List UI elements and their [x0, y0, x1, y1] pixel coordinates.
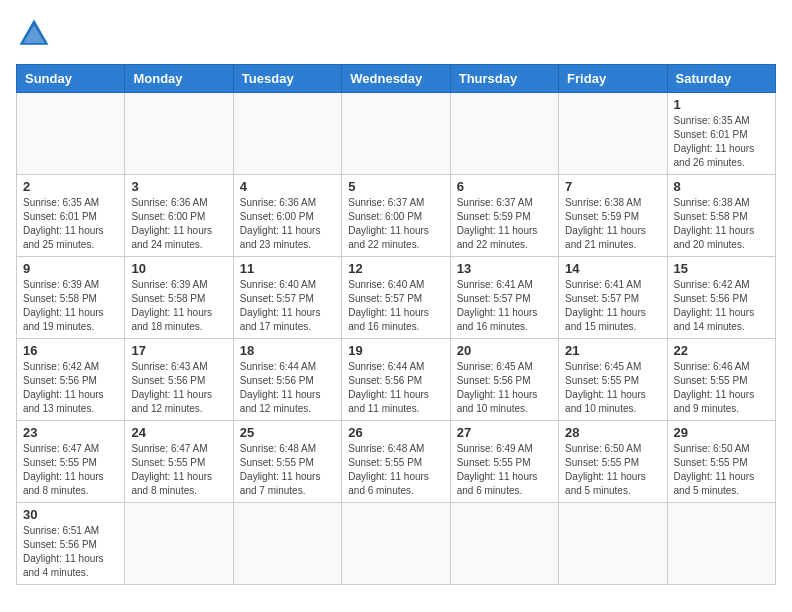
day-info: Sunrise: 6:41 AM Sunset: 5:57 PM Dayligh…: [457, 278, 552, 334]
day-number: 6: [457, 179, 552, 194]
day-number: 27: [457, 425, 552, 440]
weekday-header-friday: Friday: [559, 65, 667, 93]
day-number: 7: [565, 179, 660, 194]
day-info: Sunrise: 6:44 AM Sunset: 5:56 PM Dayligh…: [240, 360, 335, 416]
calendar-cell: [667, 503, 775, 585]
day-info: Sunrise: 6:46 AM Sunset: 5:55 PM Dayligh…: [674, 360, 769, 416]
calendar-cell: 7Sunrise: 6:38 AM Sunset: 5:59 PM Daylig…: [559, 175, 667, 257]
day-info: Sunrise: 6:49 AM Sunset: 5:55 PM Dayligh…: [457, 442, 552, 498]
calendar-cell: 28Sunrise: 6:50 AM Sunset: 5:55 PM Dayli…: [559, 421, 667, 503]
calendar-cell: [233, 503, 341, 585]
week-row-1: 1Sunrise: 6:35 AM Sunset: 6:01 PM Daylig…: [17, 93, 776, 175]
day-number: 10: [131, 261, 226, 276]
day-number: 14: [565, 261, 660, 276]
day-number: 12: [348, 261, 443, 276]
day-number: 16: [23, 343, 118, 358]
day-info: Sunrise: 6:37 AM Sunset: 5:59 PM Dayligh…: [457, 196, 552, 252]
day-number: 15: [674, 261, 769, 276]
calendar-cell: [342, 503, 450, 585]
day-info: Sunrise: 6:36 AM Sunset: 6:00 PM Dayligh…: [240, 196, 335, 252]
day-number: 8: [674, 179, 769, 194]
logo: [16, 16, 58, 52]
calendar-cell: 15Sunrise: 6:42 AM Sunset: 5:56 PM Dayli…: [667, 257, 775, 339]
calendar-cell: 27Sunrise: 6:49 AM Sunset: 5:55 PM Dayli…: [450, 421, 558, 503]
calendar-cell: [233, 93, 341, 175]
day-number: 21: [565, 343, 660, 358]
day-info: Sunrise: 6:40 AM Sunset: 5:57 PM Dayligh…: [240, 278, 335, 334]
day-number: 4: [240, 179, 335, 194]
day-number: 2: [23, 179, 118, 194]
logo-icon: [16, 16, 52, 52]
day-info: Sunrise: 6:45 AM Sunset: 5:56 PM Dayligh…: [457, 360, 552, 416]
calendar-cell: 21Sunrise: 6:45 AM Sunset: 5:55 PM Dayli…: [559, 339, 667, 421]
calendar-cell: [125, 503, 233, 585]
day-number: 30: [23, 507, 118, 522]
day-info: Sunrise: 6:36 AM Sunset: 6:00 PM Dayligh…: [131, 196, 226, 252]
calendar-cell: 24Sunrise: 6:47 AM Sunset: 5:55 PM Dayli…: [125, 421, 233, 503]
day-info: Sunrise: 6:51 AM Sunset: 5:56 PM Dayligh…: [23, 524, 118, 580]
day-number: 1: [674, 97, 769, 112]
day-info: Sunrise: 6:38 AM Sunset: 5:58 PM Dayligh…: [674, 196, 769, 252]
calendar-cell: [559, 93, 667, 175]
day-number: 13: [457, 261, 552, 276]
day-info: Sunrise: 6:47 AM Sunset: 5:55 PM Dayligh…: [23, 442, 118, 498]
week-row-4: 16Sunrise: 6:42 AM Sunset: 5:56 PM Dayli…: [17, 339, 776, 421]
day-number: 22: [674, 343, 769, 358]
calendar-cell: 3Sunrise: 6:36 AM Sunset: 6:00 PM Daylig…: [125, 175, 233, 257]
weekday-header-monday: Monday: [125, 65, 233, 93]
day-number: 9: [23, 261, 118, 276]
calendar-cell: 29Sunrise: 6:50 AM Sunset: 5:55 PM Dayli…: [667, 421, 775, 503]
day-info: Sunrise: 6:50 AM Sunset: 5:55 PM Dayligh…: [565, 442, 660, 498]
day-number: 11: [240, 261, 335, 276]
calendar-cell: 5Sunrise: 6:37 AM Sunset: 6:00 PM Daylig…: [342, 175, 450, 257]
calendar-cell: 9Sunrise: 6:39 AM Sunset: 5:58 PM Daylig…: [17, 257, 125, 339]
weekday-header-tuesday: Tuesday: [233, 65, 341, 93]
calendar-cell: [342, 93, 450, 175]
calendar-table: SundayMondayTuesdayWednesdayThursdayFrid…: [16, 64, 776, 585]
day-info: Sunrise: 6:39 AM Sunset: 5:58 PM Dayligh…: [23, 278, 118, 334]
weekday-header-sunday: Sunday: [17, 65, 125, 93]
day-number: 28: [565, 425, 660, 440]
day-info: Sunrise: 6:48 AM Sunset: 5:55 PM Dayligh…: [348, 442, 443, 498]
weekday-header-row: SundayMondayTuesdayWednesdayThursdayFrid…: [17, 65, 776, 93]
calendar-cell: 8Sunrise: 6:38 AM Sunset: 5:58 PM Daylig…: [667, 175, 775, 257]
day-info: Sunrise: 6:39 AM Sunset: 5:58 PM Dayligh…: [131, 278, 226, 334]
day-info: Sunrise: 6:48 AM Sunset: 5:55 PM Dayligh…: [240, 442, 335, 498]
calendar-cell: 11Sunrise: 6:40 AM Sunset: 5:57 PM Dayli…: [233, 257, 341, 339]
week-row-2: 2Sunrise: 6:35 AM Sunset: 6:01 PM Daylig…: [17, 175, 776, 257]
calendar-cell: 30Sunrise: 6:51 AM Sunset: 5:56 PM Dayli…: [17, 503, 125, 585]
day-number: 18: [240, 343, 335, 358]
calendar-cell: 18Sunrise: 6:44 AM Sunset: 5:56 PM Dayli…: [233, 339, 341, 421]
day-info: Sunrise: 6:47 AM Sunset: 5:55 PM Dayligh…: [131, 442, 226, 498]
day-number: 19: [348, 343, 443, 358]
weekday-header-thursday: Thursday: [450, 65, 558, 93]
day-number: 24: [131, 425, 226, 440]
day-info: Sunrise: 6:50 AM Sunset: 5:55 PM Dayligh…: [674, 442, 769, 498]
calendar-cell: 12Sunrise: 6:40 AM Sunset: 5:57 PM Dayli…: [342, 257, 450, 339]
weekday-header-saturday: Saturday: [667, 65, 775, 93]
calendar-cell: 6Sunrise: 6:37 AM Sunset: 5:59 PM Daylig…: [450, 175, 558, 257]
page-header: [16, 16, 776, 52]
day-number: 20: [457, 343, 552, 358]
day-info: Sunrise: 6:43 AM Sunset: 5:56 PM Dayligh…: [131, 360, 226, 416]
day-number: 5: [348, 179, 443, 194]
week-row-3: 9Sunrise: 6:39 AM Sunset: 5:58 PM Daylig…: [17, 257, 776, 339]
calendar-cell: 4Sunrise: 6:36 AM Sunset: 6:00 PM Daylig…: [233, 175, 341, 257]
calendar-cell: 1Sunrise: 6:35 AM Sunset: 6:01 PM Daylig…: [667, 93, 775, 175]
day-info: Sunrise: 6:35 AM Sunset: 6:01 PM Dayligh…: [674, 114, 769, 170]
day-number: 26: [348, 425, 443, 440]
calendar-cell: 17Sunrise: 6:43 AM Sunset: 5:56 PM Dayli…: [125, 339, 233, 421]
day-info: Sunrise: 6:38 AM Sunset: 5:59 PM Dayligh…: [565, 196, 660, 252]
calendar-cell: 22Sunrise: 6:46 AM Sunset: 5:55 PM Dayli…: [667, 339, 775, 421]
day-number: 25: [240, 425, 335, 440]
calendar-cell: 13Sunrise: 6:41 AM Sunset: 5:57 PM Dayli…: [450, 257, 558, 339]
weekday-header-wednesday: Wednesday: [342, 65, 450, 93]
day-number: 3: [131, 179, 226, 194]
calendar-cell: 14Sunrise: 6:41 AM Sunset: 5:57 PM Dayli…: [559, 257, 667, 339]
day-info: Sunrise: 6:37 AM Sunset: 6:00 PM Dayligh…: [348, 196, 443, 252]
calendar-cell: [559, 503, 667, 585]
day-info: Sunrise: 6:42 AM Sunset: 5:56 PM Dayligh…: [23, 360, 118, 416]
day-info: Sunrise: 6:41 AM Sunset: 5:57 PM Dayligh…: [565, 278, 660, 334]
day-info: Sunrise: 6:44 AM Sunset: 5:56 PM Dayligh…: [348, 360, 443, 416]
calendar-cell: 16Sunrise: 6:42 AM Sunset: 5:56 PM Dayli…: [17, 339, 125, 421]
